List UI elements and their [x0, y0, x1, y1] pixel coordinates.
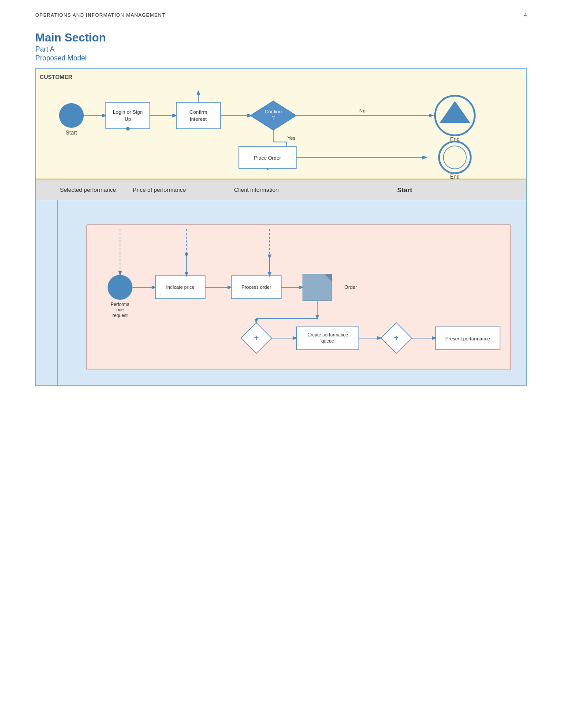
sep-label-selected: Selected performance: [60, 187, 116, 193]
start-label: Start: [66, 130, 77, 136]
indicate-price-text: Indicate price: [166, 285, 194, 290]
separator-row: Selected performance Price of performanc…: [36, 179, 526, 200]
start-circle: [59, 103, 84, 128]
perf-request-circle: [108, 275, 133, 300]
end2-circle-inner: [443, 146, 466, 169]
we-inner-area: Performa nce request Indicate price Proc…: [86, 224, 511, 370]
main-section-title: Main Section: [35, 31, 527, 45]
yes-label: Yes: [287, 135, 295, 141]
place-order-dot: [267, 168, 268, 170]
gateway1-plus: +: [254, 333, 259, 342]
login-dot: [126, 127, 130, 131]
part-a-title: Part A: [35, 45, 527, 53]
gateway2-plus: +: [394, 333, 398, 342]
header-title: OPERATIONS AND INFORMATION MANAGEMENT: [35, 12, 165, 18]
order-doc-base: [303, 274, 332, 301]
order-label: Order: [344, 285, 357, 290]
swim-lane-we: WE: [36, 200, 526, 385]
swim-lane-customer: CUSTOMER Start: [36, 69, 526, 179]
place-order-text: Place Order: [254, 155, 281, 161]
confirm-interest-text2: interest: [190, 116, 207, 122]
login-text1: Login or Sign: [113, 109, 143, 115]
page-header: OPERATIONS AND INFORMATION MANAGEMENT 4: [0, 0, 562, 22]
diamond-text2: ?: [272, 115, 275, 120]
perf-request-label1: Performa: [111, 302, 130, 307]
login-box: [106, 102, 150, 129]
sep-label-price: Price of performance: [133, 187, 186, 193]
sep-label-client: Client information: [234, 187, 279, 193]
we-lane-svg: Performa nce request Indicate price Proc…: [87, 225, 510, 375]
sep-label-start: Start: [397, 186, 412, 194]
proposed-model-title: Proposed Model: [35, 54, 527, 62]
present-perf-text: Present performance: [445, 336, 490, 341]
confirm-interest-box: [176, 102, 220, 129]
login-text2: Up: [125, 116, 131, 122]
create-queue-text1: Create performance: [307, 332, 348, 337]
content-area: Main Section Part A Proposed Model CUSTO…: [0, 22, 562, 403]
diagram-outer: CUSTOMER Start: [35, 68, 527, 386]
no-label: No: [359, 108, 365, 113]
create-queue-text2: queue: [321, 339, 334, 343]
perf-request-label3: request: [112, 313, 128, 318]
confirm-interest-text1: Confirm: [190, 109, 207, 115]
price-dot: [185, 253, 188, 256]
customer-lane-svg: Start Login or Sign Up Confirm interest: [36, 69, 528, 179]
diamond-text1: Confirm: [265, 109, 282, 114]
perf-request-label2: nce: [116, 307, 124, 312]
process-order-text: Process order: [242, 285, 272, 290]
page-number: 4: [524, 12, 527, 18]
